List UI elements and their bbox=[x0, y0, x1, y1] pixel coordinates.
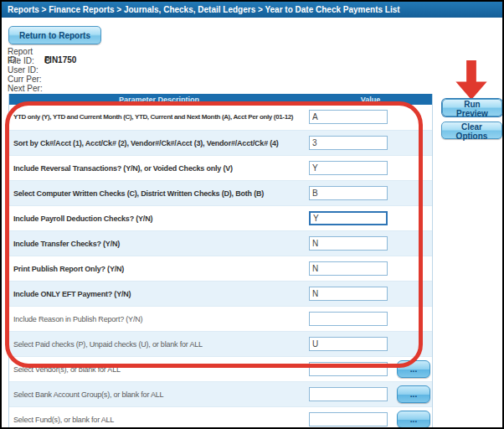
parameter-value-input[interactable] bbox=[309, 387, 388, 401]
parameter-label: Include ONLY EFT Payment? (Y/N) bbox=[9, 290, 309, 298]
table-row: Select Vendor(s), or blank for ALL ... bbox=[9, 356, 432, 381]
table-row: Include Reversal Transactions? (Y/N), or… bbox=[9, 155, 432, 180]
report-info: Report ID:FIN1750 File ID:C User ID: Cur… bbox=[8, 48, 76, 94]
table-row: Include Payroll Deduction Checks? (Y/N) bbox=[9, 205, 432, 230]
parameter-value-input[interactable] bbox=[309, 236, 388, 251]
parameter-value-input[interactable] bbox=[309, 261, 388, 276]
parameter-value-input[interactable] bbox=[309, 287, 388, 301]
report-info-line: Report ID:FIN1750 bbox=[8, 48, 76, 56]
table-row: Include Reason in Publish Report? (Y/N) bbox=[9, 306, 432, 331]
parameter-label: YTD only (Y), YTD and Current Month (C),… bbox=[9, 113, 309, 121]
table-row: Sort by Ck#/Acct (1), Acct/Ck# (2), Vend… bbox=[9, 130, 432, 155]
parameter-label: Select Bank Account Group(s), or blank f… bbox=[9, 390, 309, 399]
parameter-value-cell bbox=[309, 282, 432, 306]
parameter-label: Print Publish Report Only? (Y/N) bbox=[9, 265, 309, 273]
table-header-row: Parameter Description Value bbox=[9, 94, 432, 105]
screen: Reports > Finance Reports > Journals, Ch… bbox=[0, 0, 504, 429]
table-row: Select Fund(s), or blank for ALL ... bbox=[9, 406, 432, 429]
picker-ellipsis-button[interactable]: ... bbox=[397, 360, 430, 378]
parameter-value-input[interactable] bbox=[309, 161, 388, 175]
parameter-value-input[interactable] bbox=[309, 136, 388, 150]
parameter-label: Select Computer Written Checks (C), Dist… bbox=[9, 189, 309, 198]
parameter-label: Select Vendor(s), or blank for ALL bbox=[9, 365, 309, 374]
parameter-table: Parameter Description Value YTD only (Y)… bbox=[8, 94, 433, 429]
annotation-arrow-icon bbox=[455, 60, 487, 100]
picker-ellipsis-button[interactable]: ... bbox=[397, 385, 430, 403]
parameter-value-input[interactable] bbox=[309, 110, 388, 124]
breadcrumb: Reports > Finance Reports > Journals, Ch… bbox=[2, 2, 502, 18]
run-preview-button[interactable]: Run Preview bbox=[442, 99, 502, 116]
parameter-value-cell bbox=[309, 105, 432, 130]
report-info-line: Next Per: bbox=[8, 85, 76, 93]
table-row: Print Publish Report Only? (Y/N) bbox=[9, 256, 432, 281]
report-info-line: Curr Per: bbox=[8, 75, 76, 84]
parameter-value-cell bbox=[309, 206, 432, 230]
parameter-value-cell: ... bbox=[309, 407, 432, 429]
table-row: Select Computer Written Checks (C), Dist… bbox=[9, 180, 432, 205]
parameter-value-input[interactable] bbox=[309, 312, 388, 326]
parameter-rows: YTD only (Y), YTD and Current Month (C),… bbox=[9, 105, 432, 429]
parameter-value-cell: ... bbox=[309, 382, 432, 406]
return-to-reports-button[interactable]: Return to Reports bbox=[8, 26, 101, 44]
report-info-line: User ID: bbox=[8, 66, 76, 75]
report-info-label: Next Per: bbox=[8, 85, 44, 93]
report-info-label: File ID: bbox=[8, 57, 44, 65]
parameter-label: Include Payroll Deduction Checks? (Y/N) bbox=[9, 214, 309, 223]
parameter-label: Include Reversal Transactions? (Y/N), or… bbox=[9, 164, 309, 173]
parameter-value-cell bbox=[309, 231, 432, 256]
parameter-value-input[interactable] bbox=[309, 362, 388, 376]
table-row: Include ONLY EFT Payment? (Y/N) bbox=[9, 281, 432, 306]
parameter-value-cell bbox=[309, 131, 432, 155]
table-row: Select Bank Account Group(s), or blank f… bbox=[9, 381, 432, 406]
parameter-value-cell: ... bbox=[309, 357, 432, 381]
report-info-label: Curr Per: bbox=[8, 75, 44, 84]
parameter-value-cell bbox=[309, 181, 432, 205]
report-info-value: C bbox=[44, 56, 50, 65]
picker-ellipsis-button[interactable]: ... bbox=[397, 411, 430, 428]
table-header-value: Value bbox=[309, 96, 432, 104]
clear-options-button[interactable]: Clear Options bbox=[441, 121, 502, 139]
parameter-label: Sort by Ck#/Acct (1), Acct/Ck# (2), Vend… bbox=[9, 139, 309, 147]
table-row: YTD only (Y), YTD and Current Month (C),… bbox=[9, 105, 432, 130]
parameter-value-input[interactable] bbox=[309, 337, 388, 351]
parameter-value-input[interactable] bbox=[309, 412, 388, 426]
parameter-value-cell bbox=[309, 156, 432, 180]
parameter-value-cell bbox=[309, 256, 432, 281]
parameter-value-input[interactable] bbox=[309, 211, 388, 225]
parameter-label: Include Reason in Publish Report? (Y/N) bbox=[9, 315, 309, 323]
parameter-value-cell bbox=[309, 307, 432, 331]
table-row: Select Paid checks (P), Unpaid checks (U… bbox=[9, 331, 432, 356]
table-header-parameter-description: Parameter Description bbox=[9, 96, 309, 104]
parameter-value-input[interactable] bbox=[309, 186, 388, 200]
parameter-label: Select Paid checks (P), Unpaid checks (U… bbox=[9, 340, 309, 349]
parameter-label: Select Fund(s), or blank for ALL bbox=[9, 416, 309, 424]
parameter-value-cell bbox=[309, 332, 432, 356]
parameter-label: Include Transfer Checks? (Y/N) bbox=[9, 240, 309, 248]
table-row: Include Transfer Checks? (Y/N) bbox=[9, 230, 432, 256]
report-info-label: User ID: bbox=[8, 66, 44, 75]
